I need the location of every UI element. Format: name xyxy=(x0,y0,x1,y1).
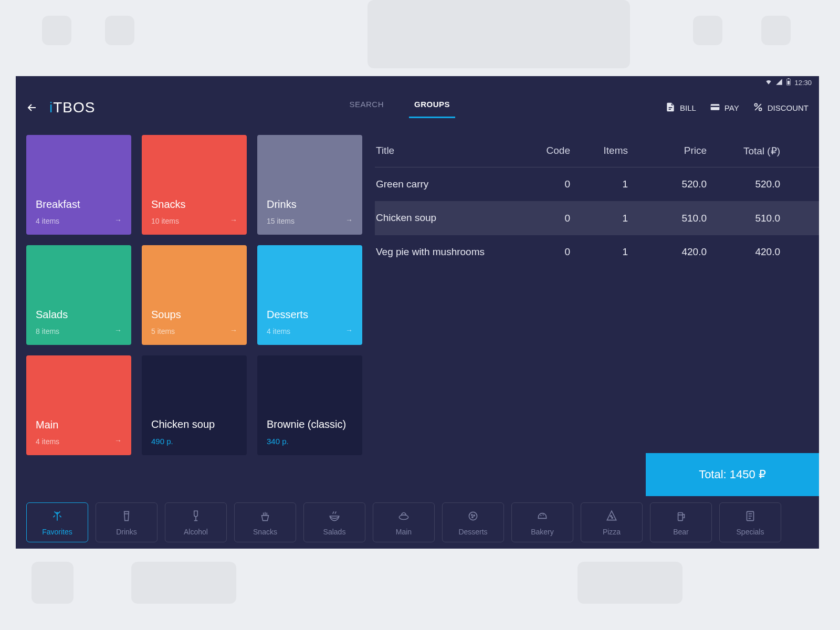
total-box[interactable]: Total: 1450 ₽ xyxy=(646,453,819,496)
tab-search[interactable]: SEARCH xyxy=(347,100,386,116)
order-row[interactable]: Veg pie with mushrooms01420.0420.0 xyxy=(375,235,819,269)
category-salads[interactable]: Salads xyxy=(303,502,365,542)
pay-button[interactable]: PAY xyxy=(710,102,739,114)
tile-brownie-classic-[interactable]: Brownie (classic)340 p. xyxy=(257,355,362,455)
bakery-icon xyxy=(536,509,549,524)
svg-rect-4 xyxy=(711,106,720,107)
arrow-icon: → xyxy=(114,216,122,224)
category-specials[interactable]: Specials xyxy=(719,502,781,542)
category-favorites[interactable]: Favorites xyxy=(26,502,88,542)
tile-subtitle: 5 items xyxy=(151,327,237,335)
specials-icon xyxy=(743,509,757,524)
order-table-header: Title Code Items Price Total (₽) xyxy=(375,135,819,167)
category-label: Alcohol xyxy=(184,528,208,536)
tile-title: Main xyxy=(36,419,122,431)
bill-icon xyxy=(665,102,676,114)
tile-price: 490 p. xyxy=(151,437,237,446)
wifi-icon xyxy=(765,78,772,87)
svg-line-5 xyxy=(755,104,761,110)
main-icon xyxy=(397,509,411,524)
order-row[interactable]: Green carry01520.0520.0 xyxy=(375,167,819,202)
category-bakery[interactable]: Bakery xyxy=(511,502,573,542)
tile-soups[interactable]: Soups5 items→ xyxy=(142,245,247,345)
order-row[interactable]: Chicken soup01510.0510.0 xyxy=(375,201,819,235)
tile-breakfast[interactable]: Breakfast4 items→ xyxy=(26,135,131,235)
bill-button[interactable]: BILL xyxy=(665,102,696,114)
cell-items: 1 xyxy=(570,246,628,258)
svg-rect-16 xyxy=(678,512,683,520)
svg-point-8 xyxy=(56,512,58,513)
arrow-icon: → xyxy=(345,216,353,224)
cell-price: 510.0 xyxy=(628,213,707,224)
tile-salads[interactable]: Salads8 items→ xyxy=(26,245,131,345)
svg-point-12 xyxy=(474,514,475,516)
category-snacks[interactable]: Snacks xyxy=(234,502,296,542)
category-label: Specials xyxy=(737,528,764,536)
cell-code: 0 xyxy=(512,246,570,258)
cell-items: 1 xyxy=(570,213,628,224)
tile-desserts[interactable]: Desserts4 items→ xyxy=(257,245,362,345)
svg-point-11 xyxy=(471,514,472,515)
card-icon xyxy=(710,102,720,114)
arrow-icon: → xyxy=(114,436,122,445)
cell-total: 510.0 xyxy=(707,213,780,224)
signal-icon xyxy=(775,78,783,87)
cell-code: 0 xyxy=(512,178,570,190)
category-label: Bear xyxy=(673,528,689,536)
category-bear[interactable]: Bear xyxy=(650,502,712,542)
svg-point-9 xyxy=(399,514,408,519)
alcohol-icon xyxy=(189,509,203,524)
cell-title: Veg pie with mushrooms xyxy=(376,246,512,259)
category-alcohol[interactable]: Alcohol xyxy=(165,502,227,542)
app-window: 12:30 iTBOS SEARCH GROUPS BILL PAY DISCO… xyxy=(16,76,819,549)
tab-groups[interactable]: GROUPS xyxy=(412,100,452,116)
bill-label: BILL xyxy=(680,103,696,112)
svg-rect-1 xyxy=(788,80,790,84)
header-title: Title xyxy=(376,144,512,158)
tile-subtitle: 10 items xyxy=(151,217,237,225)
svg-point-10 xyxy=(469,512,477,520)
cell-code: 0 xyxy=(512,213,570,224)
salads-icon xyxy=(328,509,341,524)
tile-chicken-soup[interactable]: Chicken soup490 p. xyxy=(142,355,247,455)
product-tiles: Breakfast4 items→Snacks10 items→Drinks15… xyxy=(26,135,362,549)
category-main[interactable]: Main xyxy=(373,502,435,542)
discount-button[interactable]: DISCOUNT xyxy=(753,102,808,114)
brand-logo: iTBOS xyxy=(49,99,95,116)
tile-subtitle: 4 items xyxy=(36,217,122,225)
cell-price: 520.0 xyxy=(628,178,707,190)
tile-title: Salads xyxy=(36,309,122,321)
cell-total: 420.0 xyxy=(707,246,780,258)
svg-point-15 xyxy=(612,517,613,518)
category-label: Main xyxy=(396,528,412,536)
arrow-icon: → xyxy=(345,326,353,334)
cell-total: 520.0 xyxy=(707,178,780,190)
header-code: Code xyxy=(512,145,570,156)
tile-subtitle: 4 items xyxy=(267,327,353,335)
tile-title: Desserts xyxy=(267,309,353,321)
tile-title: Soups xyxy=(151,309,237,321)
svg-point-13 xyxy=(472,517,473,518)
back-button[interactable] xyxy=(22,98,42,118)
tile-title: Drinks xyxy=(267,198,353,211)
pizza-icon xyxy=(605,509,618,524)
category-drinks[interactable]: Drinks xyxy=(96,502,158,542)
category-label: Desserts xyxy=(458,528,487,536)
tile-snacks[interactable]: Snacks10 items→ xyxy=(142,135,247,235)
category-desserts[interactable]: Desserts xyxy=(442,502,504,542)
tile-main[interactable]: Main4 items→ xyxy=(26,355,131,455)
tile-drinks[interactable]: Drinks15 items→ xyxy=(257,135,362,235)
header-actions: BILL PAY DISCOUNT xyxy=(665,102,808,114)
tile-subtitle: 4 items xyxy=(36,437,122,446)
tile-title: Breakfast xyxy=(36,198,122,211)
desserts-icon xyxy=(466,509,480,524)
arrow-icon: → xyxy=(230,216,237,224)
category-pizza[interactable]: Pizza xyxy=(581,502,643,542)
header: iTBOS SEARCH GROUPS BILL PAY DISCOUNT xyxy=(16,89,819,127)
tile-subtitle: 15 items xyxy=(267,217,353,225)
cell-items: 1 xyxy=(570,178,628,190)
svg-point-14 xyxy=(611,515,612,516)
category-label: Bakery xyxy=(531,528,554,536)
header-total: Total (₽) xyxy=(707,145,780,157)
category-label: Snacks xyxy=(253,528,277,536)
